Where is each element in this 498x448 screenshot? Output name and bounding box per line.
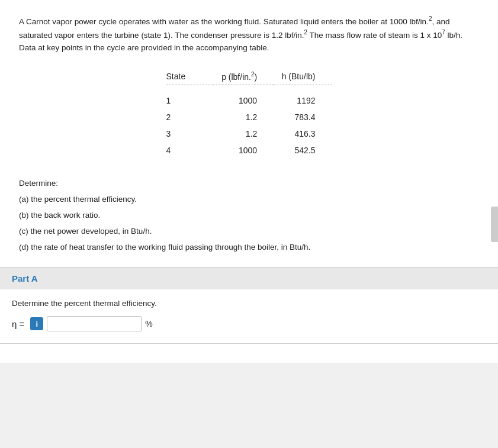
- table-row: 1 1000 1192: [166, 92, 332, 109]
- part-a-label: Part A: [12, 273, 38, 283]
- pressure-4: 1000: [213, 142, 274, 159]
- enthalpy-4: 542.5: [274, 142, 332, 159]
- enthalpy-1: 1192: [274, 92, 332, 109]
- determine-section: Determine: (a) the percent thermal effic…: [19, 175, 479, 255]
- eta-input-row: η = i %: [12, 316, 486, 331]
- enthalpy-2: 783.4: [274, 109, 332, 125]
- col-header-state: State: [166, 69, 214, 85]
- eta-input[interactable]: [47, 316, 142, 331]
- pressure-2: 1.2: [213, 109, 274, 125]
- table-divider-row: [166, 85, 332, 93]
- percent-symbol: %: [145, 319, 152, 328]
- pressure-3: 1.2: [213, 125, 274, 142]
- enthalpy-3: 416.3: [274, 125, 332, 142]
- determine-item-c: (c) the net power developed, in Btu/h.: [19, 223, 479, 239]
- determine-item-b: (b) the back work ratio.: [19, 207, 479, 223]
- table-row: 2 1.2 783.4: [166, 109, 332, 125]
- part-a-content: Determine the percent thermal efficiency…: [0, 289, 498, 344]
- table-row: 3 1.2 416.3: [166, 125, 332, 142]
- col-header-enthalpy: h (Btu/lb): [274, 69, 332, 85]
- pressure-1: 1000: [213, 92, 274, 109]
- state-1: 1: [166, 92, 214, 109]
- state-data-table: State p (lbf/in.2) h (Btu/lb) 1 1000 119…: [166, 69, 332, 159]
- right-tab: [491, 207, 498, 242]
- main-card: A Carnot vapor power cycle operates with…: [0, 0, 498, 363]
- state-4: 4: [166, 142, 214, 159]
- state-3: 3: [166, 125, 214, 142]
- info-button[interactable]: i: [30, 317, 43, 330]
- determine-label: Determine:: [19, 175, 479, 191]
- determine-item-d: (d) the rate of heat transfer to the wor…: [19, 239, 479, 255]
- data-table-section: State p (lbf/in.2) h (Btu/lb) 1 1000 119…: [19, 69, 479, 159]
- part-a-description: Determine the percent thermal efficiency…: [12, 299, 486, 308]
- eta-symbol: η =: [12, 319, 24, 329]
- part-a-bar: Part A: [0, 267, 498, 289]
- state-2: 2: [166, 109, 214, 125]
- col-header-pressure: p (lbf/in.2): [213, 69, 274, 85]
- determine-item-a: (a) the percent thermal efficiency.: [19, 191, 479, 207]
- problem-description: A Carnot vapor power cycle operates with…: [19, 14, 479, 54]
- table-row: 4 1000 542.5: [166, 142, 332, 159]
